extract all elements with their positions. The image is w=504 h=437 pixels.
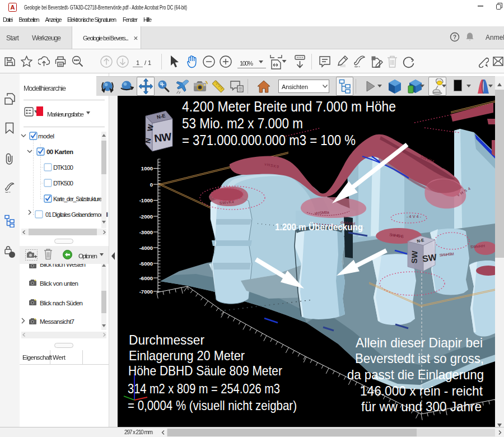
svg-text:= 371.000.000.000 m3 = 100 %: = 371.000.000.000 m3 = 100 % bbox=[182, 132, 356, 148]
svg-text:SW: SW bbox=[410, 250, 419, 264]
svg-text:NW: NW bbox=[153, 131, 172, 145]
svg-text:-7000: -7000 bbox=[139, 289, 153, 295]
svg-text:DTK500: DTK500 bbox=[53, 180, 73, 187]
svg-text:Blick nach Süden: Blick nach Süden bbox=[40, 300, 83, 306]
svg-text:Allein dieser Diapir bei: Allein dieser Diapir bei bbox=[356, 335, 483, 350]
svg-text:für ww und 300 Jahre: für ww und 300 Jahre bbox=[361, 399, 482, 414]
svg-text:-3000: -3000 bbox=[139, 229, 153, 235]
svg-text:314 m2 x 809 m = 254.026 m3: 314 m2 x 809 m = 254.026 m3 bbox=[128, 381, 280, 396]
svg-text:-5000: -5000 bbox=[139, 261, 153, 267]
svg-text:da passt die Einlagerung: da passt die Einlagerung bbox=[347, 367, 484, 382]
svg-text:01 Digitales Gelaendemodell: 01 Digitales Gelaendemodell bbox=[45, 211, 108, 218]
svg-text:53 Mio. m2 x 7.000 m: 53 Mio. m2 x 7.000 m bbox=[182, 115, 303, 131]
svg-text:DTK100: DTK100 bbox=[53, 164, 73, 171]
svg-text:-6000: -6000 bbox=[139, 275, 153, 281]
svg-text:146.000 x rein - reicht: 146.000 x rein - reicht bbox=[360, 383, 483, 398]
svg-text:= 0,0004 % (visuell nicht zeig: = 0,0004 % (visuell nicht zeigbar) bbox=[128, 398, 297, 413]
svg-text:-2000: -2000 bbox=[139, 213, 153, 220]
svg-text:-1000: -1000 bbox=[139, 197, 153, 203]
svg-text:A: A bbox=[11, 4, 15, 11]
svg-text:Karte_der_Salzstrukturen: Karte_der_Salzstrukturen bbox=[53, 196, 105, 202]
svg-text:00 Karten: 00 Karten bbox=[46, 148, 73, 155]
svg-text:Durchmesser: Durchmesser bbox=[129, 332, 204, 347]
svg-text:Messansicht7: Messansicht7 bbox=[40, 318, 74, 325]
svg-text:model: model bbox=[38, 133, 54, 140]
svg-text:Blick von unten: Blick von unten bbox=[40, 280, 78, 287]
svg-text:Einlagerung 20 Meter: Einlagerung 20 Meter bbox=[129, 348, 245, 363]
svg-text:-4000: -4000 bbox=[139, 245, 153, 251]
svg-text:0: 0 bbox=[150, 182, 153, 188]
svg-text:Höhe DBHD Säule 809 Meter: Höhe DBHD Säule 809 Meter bbox=[128, 363, 282, 378]
svg-text:4.200 Meter Breite und 7.000 m: 4.200 Meter Breite und 7.000 m Höhe bbox=[182, 99, 396, 114]
svg-text:Blick nach Westen: Blick nach Westen bbox=[40, 264, 86, 268]
svg-text:1000: 1000 bbox=[141, 165, 153, 171]
svg-text:1.200 m Überdeckung: 1.200 m Überdeckung bbox=[275, 222, 363, 232]
svg-text:Beverstedt ist so gross,: Beverstedt ist so gross, bbox=[355, 351, 484, 366]
